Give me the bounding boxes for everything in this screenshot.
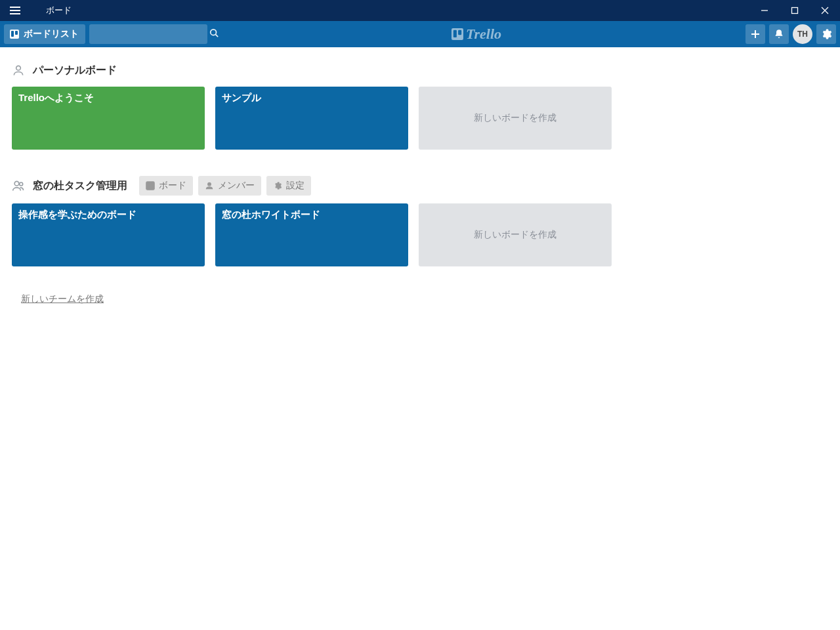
window-minimize-button[interactable]: [749, 0, 780, 21]
personal-section-header: パーソナルボード: [12, 62, 621, 79]
close-icon: [821, 7, 829, 14]
create-new-board-label: 新しいボードを作成: [474, 112, 556, 124]
team-section-header: 窓の杜タスク管理用 ボード メンバー 設定: [12, 176, 621, 196]
svg-rect-14: [458, 30, 461, 35]
bell-icon: [774, 29, 784, 39]
svg-line-11: [216, 35, 219, 37]
team-members-label: メンバー: [218, 180, 255, 192]
search-box[interactable]: [89, 24, 207, 44]
boards-menu-button[interactable]: ボードリスト: [4, 24, 85, 44]
search-icon: [209, 28, 219, 40]
create-new-board-label: 新しいボードを作成: [474, 229, 556, 241]
svg-rect-9: [15, 31, 18, 35]
hamburger-menu-button[interactable]: [0, 0, 30, 21]
svg-point-17: [16, 66, 21, 70]
gear-icon: [273, 181, 282, 190]
personal-section-title: パーソナルボード: [33, 64, 117, 77]
create-button[interactable]: [746, 24, 765, 44]
svg-rect-12: [452, 28, 463, 40]
trello-board-icon: [9, 29, 20, 39]
board-tile-whiteboard[interactable]: 窓の杜ホワイトボード: [215, 203, 408, 266]
svg-point-23: [208, 182, 211, 186]
team-boards-label: ボード: [159, 180, 186, 192]
team-boards-grid: 操作感を学ぶためのボード 窓の杜ホワイトボード 新しいボードを作成: [12, 203, 621, 266]
people-icon: [12, 179, 25, 192]
create-new-board-tile[interactable]: 新しいボードを作成: [419, 203, 612, 266]
board-tile-sample[interactable]: サンプル: [215, 87, 408, 150]
plus-icon: [750, 29, 761, 39]
boards-menu-label: ボードリスト: [24, 28, 79, 40]
gear-icon: [820, 28, 832, 40]
svg-point-10: [211, 30, 217, 35]
create-new-board-tile[interactable]: 新しいボードを作成: [419, 87, 612, 150]
team-section-title: 窓の杜タスク管理用: [33, 179, 127, 193]
hamburger-icon: [10, 7, 20, 14]
window-titlebar: ボード: [0, 0, 840, 21]
minimize-icon: [761, 7, 768, 14]
board-tile-title: サンプル: [222, 92, 261, 103]
avatar-initials: TH: [797, 30, 808, 39]
window-maximize-button[interactable]: [780, 0, 810, 21]
svg-point-19: [20, 182, 23, 186]
personal-boards-grid: Trelloへようこそ サンプル 新しいボードを作成: [12, 87, 621, 150]
boards-home: パーソナルボード Trelloへようこそ サンプル 新しいボードを作成 窓の杜タ…: [0, 47, 633, 320]
window-close-button[interactable]: [810, 0, 840, 21]
team-settings-button[interactable]: 設定: [266, 176, 311, 196]
svg-point-18: [14, 181, 19, 186]
trello-logo-icon: [452, 28, 463, 40]
window-title: ボード: [30, 5, 72, 16]
svg-rect-13: [453, 30, 457, 37]
person-icon: [12, 64, 25, 77]
notifications-button[interactable]: [769, 24, 789, 44]
create-new-team-link[interactable]: 新しいチームを作成: [12, 293, 104, 304]
team-members-button[interactable]: メンバー: [198, 176, 261, 196]
svg-rect-20: [146, 182, 154, 190]
board-tile-title: 窓の杜ホワイトボード: [222, 209, 320, 220]
maximize-icon: [791, 7, 799, 14]
team-boards-button[interactable]: ボード: [139, 176, 193, 196]
trello-logo-text: Trello: [466, 26, 501, 43]
board-tile-welcome[interactable]: Trelloへようこそ: [12, 87, 205, 150]
create-new-team: 新しいチームを作成: [12, 293, 621, 305]
trello-board-icon: [146, 181, 155, 190]
search-input[interactable]: [94, 29, 209, 39]
board-tile-title: 操作感を学ぶためのボード: [18, 209, 136, 220]
svg-rect-8: [11, 31, 14, 37]
board-tile-title: Trelloへようこそ: [18, 92, 94, 103]
svg-rect-4: [792, 8, 798, 14]
settings-button[interactable]: [816, 24, 836, 44]
team-settings-label: 設定: [286, 180, 304, 192]
app-header: ボードリスト Trello TH: [0, 21, 840, 47]
person-icon: [205, 181, 214, 190]
trello-logo[interactable]: Trello: [452, 26, 501, 43]
board-tile-learn[interactable]: 操作感を学ぶためのボード: [12, 203, 205, 266]
user-avatar[interactable]: TH: [793, 24, 812, 44]
